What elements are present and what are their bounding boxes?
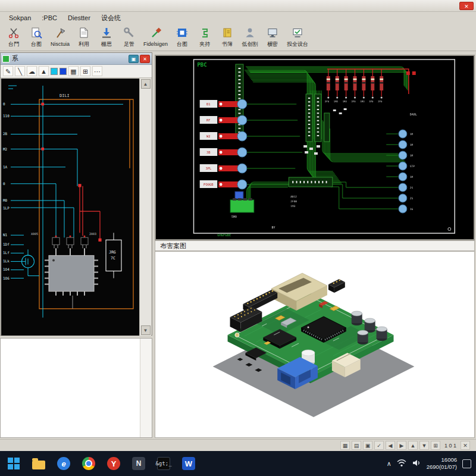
svg-text:M0: M0 [3,198,8,202]
menu-item-pbc[interactable]: :PBC [36,14,62,21]
schematic-canvas[interactable]: DILI 0 110 2B M2 1A 0 M0 1LP N1 1Df [1,79,139,336]
pcb-3d-render [155,252,474,437]
preview-panel-header: 布害案图 [155,240,475,251]
close-window-button[interactable]: ✕ [459,2,474,10]
taskbar-edge[interactable]: e [54,453,74,474]
toolbar-button-zoom-doc[interactable]: 台图 [25,25,48,50]
list-view-icon[interactable]: ▤ [352,441,361,450]
snap-tool-icon[interactable]: ⊞ [80,66,90,76]
zoom-document-icon [30,27,42,40]
resistor-label-1: JRG [109,250,116,255]
check-icon[interactable]: ✓ [374,441,384,450]
document-icon [78,27,90,40]
svg-text:1M: 1M [410,176,414,178]
toolbar-button-new-doc[interactable]: 利用 [73,25,95,50]
toolbar-label: 夹持 [199,40,210,48]
toolbar-button-fidelsigen[interactable]: Fidelsigen [140,25,171,50]
toolbar-button-book[interactable]: 书簿 [216,25,239,50]
toolbar-button-chip[interactable]: 台图 [171,25,193,50]
svg-text:1Lk: 1Lk [3,259,10,263]
page-indicator: 1 0 1 [442,443,459,449]
transistor-label: X005 [31,232,38,236]
right-column: PBC [155,51,476,439]
tray-expand-icon[interactable]: ∧ [387,460,392,468]
next-icon[interactable]: ▶ [397,441,406,450]
toolbar-label: 台图 [177,40,187,48]
toolbar-button-clamp[interactable]: 夹持 [193,25,216,50]
prev-icon[interactable]: ◀ [386,441,395,450]
taskbar-chrome[interactable] [79,453,99,474]
toolbar-button-tools[interactable]: Nisctuia [48,25,73,50]
taskbar-yandex[interactable]: Y [104,453,124,474]
taskbar-word[interactable]: W [178,453,199,474]
taskbar-clock[interactable]: 16006 2690(01/07) [427,456,457,471]
toolbar-label: Nisctuia [51,41,70,47]
scroll-up-icon[interactable]: ▲ [141,79,151,89]
status-close-icon[interactable]: ✕ [461,441,470,450]
start-button[interactable] [4,453,24,474]
taskbar-file-explorer[interactable] [29,453,49,474]
svg-text:1M3: 1M3 [343,100,347,103]
notification-center-icon[interactable] [462,459,471,468]
svg-text:3B: 3B [206,151,211,154]
pcb-tag-da: DA8L [410,112,417,116]
scroll-down-icon[interactable]: ▼ [141,325,151,335]
menubar: Sokpan :PBC Diestter 设会统 [0,12,476,24]
pcb-layout-drawing: PBC [156,56,474,239]
schematic-close-button[interactable]: ✕ [140,55,150,63]
toolbar-button-import[interactable]: 棚思 [95,25,118,50]
schematic-scrollbar[interactable]: ▲ ▼ [139,79,151,336]
toolbar-button-monitor[interactable]: 横密 [261,25,284,50]
toolbar-button-wrench[interactable]: 足管 [118,25,140,50]
pcb-bottom-code: GHGFGBE [217,233,231,237]
svg-text:1O6: 1O6 [3,276,10,280]
down-icon[interactable]: ▼ [419,441,429,450]
toolbar-label: 低创割 [242,40,258,48]
svg-text:1G: 1G [410,208,414,211]
svg-text:3PL: 3PL [205,167,212,170]
wrench-icon [123,27,135,40]
taskbar-terminal[interactable]: &gt;_ [154,453,174,474]
taskbar-notes-app[interactable]: N [129,453,149,474]
color-swatch-cyan[interactable] [51,68,58,75]
expand-icon[interactable]: ⊞ [431,441,440,450]
pcb-3d-preview-panel[interactable] [155,251,475,438]
pencil-tool-icon[interactable]: ✎ [3,66,13,76]
detail-view-icon[interactable]: ▣ [363,441,372,450]
menu-item-settings[interactable]: 设会统 [96,14,126,23]
pcb-layout-panel[interactable]: PBC [155,55,475,240]
schematic-titlebar: 系 ▣ ✕ [1,53,152,65]
up-icon[interactable]: ▲ [408,441,418,450]
toolbar-button-display-settings[interactable]: 投全设台 [284,25,311,50]
terminal-icon: &gt;_ [157,457,170,470]
speaker-icon[interactable] [412,459,421,468]
empty-document-panel[interactable] [0,338,152,438]
person-icon [244,27,256,40]
notes-app-icon: N [132,457,145,470]
wifi-icon[interactable] [397,459,406,468]
more-tools-icon[interactable]: ⋯ [92,66,102,76]
toolbar-label: 棚思 [101,40,112,48]
empty-panel-scroll-strip[interactable] [140,339,152,437]
svg-text:3F0: 3F0 [369,100,374,103]
folder-icon [32,461,45,469]
svg-text:2F08: 2F08 [290,200,297,203]
grid-tool-icon[interactable]: ▦ [68,66,79,76]
color-swatch-blue[interactable] [60,68,67,75]
triangle-tool-icon[interactable]: ▲ [39,66,49,76]
axe-icon [54,27,66,40]
toolbar-button-cut[interactable]: 台門 [2,25,25,50]
toolbar-button-user[interactable]: 低创割 [239,25,261,50]
svg-text:1Lf: 1Lf [3,250,10,255]
menu-item-diestter[interactable]: Diestter [62,14,96,21]
cloud-tool-icon[interactable]: ☁ [27,66,37,76]
svg-text:5M0: 5M0 [231,215,237,218]
windows-logo-icon [8,458,20,469]
menu-item-file[interactable]: Sokpan [4,14,36,21]
grid-view-icon[interactable]: ▦ [340,441,350,450]
line-tool-icon[interactable]: ╲ [15,66,25,76]
svg-text:1LP: 1LP [3,206,10,210]
display-check-icon [292,27,303,40]
schematic-restore-button[interactable]: ▣ [129,55,139,63]
workspace: 系 ▣ ✕ ✎ ╲ ☁ ▲ ▦ ⊞ ⋯ [0,51,476,439]
